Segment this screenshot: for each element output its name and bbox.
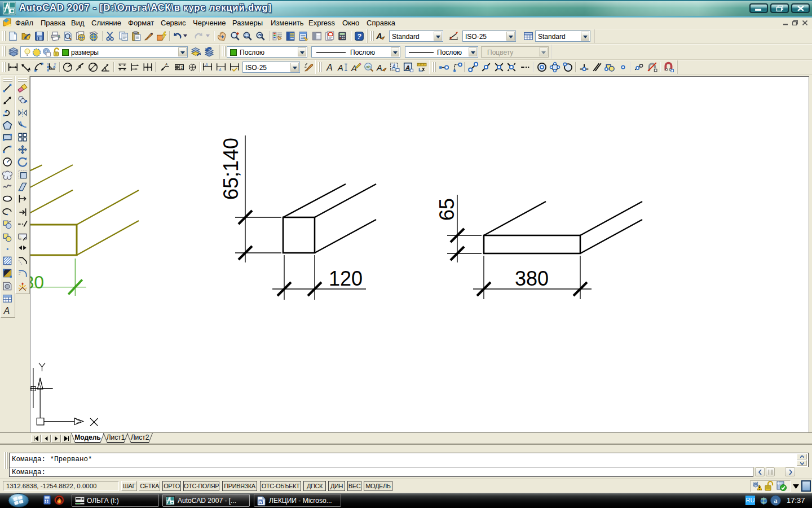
svg-text:65: 65 <box>435 198 458 221</box>
svg-text:30: 30 <box>30 272 44 292</box>
svg-text:a: a <box>774 497 778 505</box>
svg-text:65;140: 65;140 <box>219 138 242 200</box>
svg-text:A: A <box>376 32 382 41</box>
svg-text:120: 120 <box>329 267 363 290</box>
svg-text:380: 380 <box>515 267 549 290</box>
svg-text:A: A <box>165 62 167 66</box>
svg-text:?: ? <box>357 33 361 41</box>
svg-text:X: X <box>53 63 56 66</box>
svg-text:A: A <box>337 63 343 72</box>
svg-text:A: A <box>205 63 208 67</box>
svg-text:A: A <box>326 63 333 72</box>
svg-text:A: A <box>218 68 222 72</box>
svg-text:1: 1 <box>180 65 183 70</box>
svg-text:A: A <box>405 64 410 71</box>
svg-text:ab: ab <box>365 64 370 69</box>
svg-text:A: A <box>391 64 396 70</box>
svg-text:A: A <box>376 63 382 72</box>
svg-text:A: A <box>3 306 10 316</box>
